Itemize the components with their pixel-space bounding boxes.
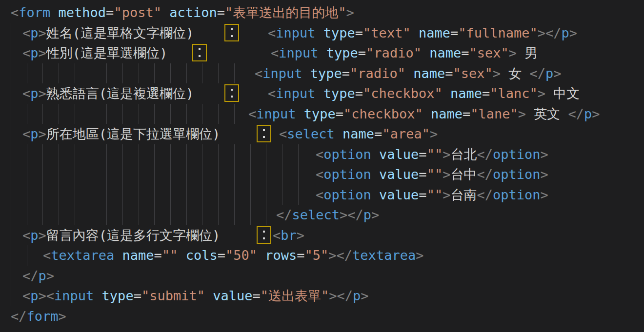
token-tag: input: [276, 86, 315, 101]
indent-guide: [75, 63, 75, 84]
token-punc: <: [11, 5, 19, 20]
code-line[interactable]: </form>: [0, 306, 644, 327]
indent-guide: [154, 63, 155, 84]
code-line[interactable]: <p>熟悉語言(這是複選欄位)<input type="checkbox" na…: [0, 83, 644, 104]
code-segment: <p>熟悉語言(這是複選欄位): [22, 83, 194, 104]
code-line[interactable]: <option value="">台中</option>: [0, 164, 644, 185]
unicode-highlight-box: [192, 44, 207, 61]
token-tag: p: [353, 288, 361, 303]
code-line[interactable]: <input type="checkbox" name="lane"> 英文 <…: [0, 104, 644, 124]
indent-guide: [170, 185, 171, 205]
token-str: "submit": [141, 288, 205, 303]
indent-guide: [106, 63, 107, 84]
indent-guide: [106, 144, 107, 165]
token-punc: <: [273, 228, 281, 243]
token-plain: [50, 5, 58, 20]
indent-guide: [27, 164, 27, 185]
token-eq: =: [445, 66, 453, 81]
token-tag: select: [287, 126, 335, 141]
token-eq: =: [419, 167, 426, 182]
token-punc: <: [22, 288, 30, 303]
indent-guide: [122, 164, 123, 185]
token-punc: >: [329, 288, 337, 303]
token-attr: name: [413, 66, 445, 81]
code-line[interactable]: <form method="post" action="表單送出的目的地">: [0, 2, 644, 23]
token-tag: form: [27, 309, 59, 324]
token-punc: </: [337, 248, 353, 263]
unicode-highlight-box: [257, 125, 271, 142]
indent-guide: [186, 164, 187, 185]
token-punc: <: [22, 126, 30, 141]
code-segment: <p>姓名(這是單格文字欄位): [22, 23, 194, 43]
token-tag: input: [54, 288, 94, 303]
token-punc: >: [540, 187, 548, 202]
token-punc: </: [11, 309, 27, 324]
indent-guide: [139, 164, 139, 185]
token-tag: p: [363, 207, 371, 222]
indent-guide: [170, 205, 171, 225]
indent-guide: [234, 164, 235, 185]
token-punc: </: [545, 25, 562, 40]
indent-guide: [218, 164, 219, 185]
token-attr: type: [304, 106, 336, 121]
indent-guide: [11, 205, 11, 225]
indent-guide: [11, 164, 11, 185]
code-editor[interactable]: <form method="post" action="表單送出的目的地"><p…: [0, 0, 644, 332]
indent-guide: [75, 205, 75, 225]
token-str: "lane": [470, 106, 518, 121]
token-punc: >: [346, 5, 354, 20]
token-attr: name: [342, 126, 374, 141]
token-eq: =: [355, 86, 363, 101]
indent-guide: [202, 144, 202, 165]
token-plain: 熟悉語言(這是複選欄位): [46, 86, 194, 101]
code-line[interactable]: <option value="">台北</option>: [0, 144, 644, 165]
token-eq: =: [106, 5, 114, 20]
indent-guide: [234, 104, 235, 124]
token-punc: >: [39, 25, 46, 40]
code-line[interactable]: <input type="radio" name="sex"> 女 </p>: [0, 63, 644, 84]
indent-guide: [139, 63, 139, 84]
token-plain: 台南: [450, 187, 477, 202]
indent-guide: [170, 164, 171, 185]
code-line[interactable]: <p>姓名(這是單格文字欄位)<input type="text" name="…: [0, 23, 644, 43]
code-line[interactable]: <p>所在地區(這是下拉選單欄位)<select name="area">: [0, 124, 644, 144]
token-punc: >: [39, 86, 46, 101]
indent-guide: [106, 104, 107, 124]
token-punc: >: [328, 248, 336, 263]
indent-guide: [91, 144, 91, 165]
code-line[interactable]: </select></p>: [0, 205, 644, 225]
token-str: "": [427, 167, 443, 182]
indent-guide: [202, 104, 202, 124]
code-segment: <p><input type="submit" value="送出表單"></p…: [22, 286, 369, 306]
token-punc: >: [592, 106, 600, 121]
code-line[interactable]: <p><input type="submit" value="送出表單"></p…: [0, 286, 644, 306]
unicode-highlight-box: [257, 226, 271, 244]
code-line[interactable]: <p>留言內容(這是多行文字欄位)<br>: [0, 225, 644, 246]
indent-guide: [154, 104, 155, 124]
code-line[interactable]: <option value="">台南</option>: [0, 185, 644, 205]
token-punc: <: [46, 288, 54, 303]
token-plain: [319, 45, 326, 60]
indent-guide: [186, 63, 187, 84]
token-tag: p: [30, 126, 38, 141]
indent-guide: [91, 185, 91, 205]
indent-guide: [122, 144, 123, 165]
code-segment: <input type="text" name="fullname"></p>: [268, 23, 577, 43]
token-tag: input: [279, 45, 318, 60]
indent-guide: [234, 185, 235, 205]
indent-guide: [218, 104, 219, 124]
token-attr: type: [326, 45, 358, 60]
token-plain: 台中: [450, 167, 477, 182]
indent-guide: [186, 205, 187, 225]
code-line[interactable]: <p>性別(這是單選欄位)<input type="radio" name="s…: [0, 43, 644, 63]
code-line[interactable]: <textarea name="" cols="50" rows="5"></t…: [0, 245, 644, 266]
token-eq: =: [218, 248, 225, 263]
token-tag: option: [493, 167, 541, 182]
code-line[interactable]: </p>: [0, 266, 644, 286]
indent-guide: [27, 205, 27, 225]
token-plain: [405, 66, 413, 81]
indent-guide: [139, 185, 139, 205]
indent-guide: [139, 144, 139, 165]
code-segment: <input type="radio" name="sex"> 女 </p>: [255, 63, 562, 84]
code-segment: <textarea name="" cols="50" rows="5"></t…: [43, 245, 423, 266]
